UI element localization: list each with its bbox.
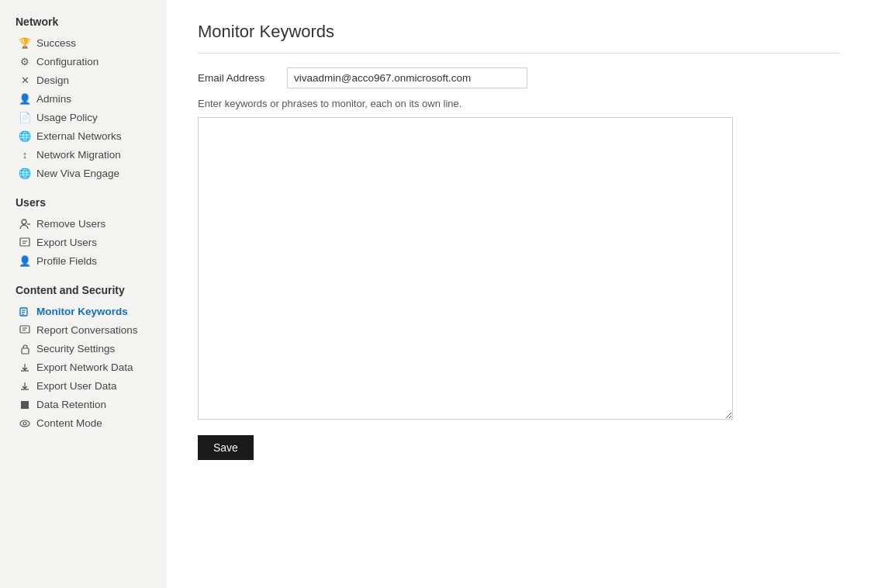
email-input[interactable] [287, 67, 527, 88]
sidebar-item-content-mode[interactable]: Content Mode [16, 414, 167, 432]
page-title: Monitor Keywords [198, 22, 840, 54]
sidebar-item-data-retention[interactable]: Data Retention [16, 396, 167, 413]
sidebar-item-monitor-keywords-label: Monitor Keywords [36, 306, 128, 317]
sidebar-item-security-settings[interactable]: Security Settings [16, 340, 167, 358]
sidebar-item-export-user-data-label: Export User Data [36, 380, 117, 392]
sidebar-item-profile-fields-label: Profile Fields [36, 255, 97, 267]
main-content: Monitor Keywords Email Address Enter key… [167, 0, 871, 588]
gear-icon: ⚙ [17, 56, 33, 67]
svg-rect-2 [20, 238, 29, 246]
sidebar-item-admins-label: Admins [36, 93, 71, 105]
sidebar-item-export-user-data[interactable]: Export User Data [16, 377, 167, 395]
keywords-textarea[interactable] [198, 117, 733, 420]
sidebar-item-success[interactable]: 🏆 Success [16, 34, 167, 52]
svg-rect-12 [22, 348, 29, 354]
sidebar-item-new-viva-engage[interactable]: 🌐 New Viva Engage [16, 164, 167, 182]
sidebar-item-design[interactable]: ✕ Design [16, 71, 167, 89]
sidebar-item-content-mode-label: Content Mode [36, 417, 102, 429]
new-viva-engage-icon: 🌐 [17, 168, 33, 179]
sidebar-item-network-migration[interactable]: ↕ Network Migration [16, 146, 167, 164]
email-label: Email Address [198, 72, 287, 84]
sidebar-item-report-conversations[interactable]: Report Conversations [16, 321, 167, 339]
hint-text: Enter keywords or phrases to monitor, ea… [198, 98, 840, 109]
svg-point-0 [22, 220, 26, 224]
profile-fields-icon: 👤 [17, 255, 33, 267]
sidebar-item-external-networks[interactable]: 🌐 External Networks [16, 127, 167, 145]
report-conversations-icon [17, 325, 33, 336]
data-retention-icon [17, 399, 33, 410]
design-icon: ✕ [17, 74, 33, 86]
external-networks-icon: 🌐 [17, 130, 33, 142]
admins-icon: 👤 [17, 93, 33, 105]
sidebar-item-remove-users-label: Remove Users [36, 218, 105, 230]
export-network-data-icon [17, 362, 33, 373]
sidebar-item-data-retention-label: Data Retention [36, 399, 106, 410]
svg-point-15 [23, 422, 26, 425]
sidebar-item-configuration-label: Configuration [36, 56, 99, 67]
monitor-keywords-icon [17, 306, 33, 317]
svg-point-14 [20, 420, 29, 427]
success-icon: 🏆 [17, 37, 33, 49]
sidebar-item-external-networks-label: External Networks [36, 130, 122, 142]
network-migration-icon: ↕ [17, 149, 33, 161]
sidebar-item-export-network-data[interactable]: Export Network Data [16, 358, 167, 376]
sidebar-item-success-label: Success [36, 37, 76, 49]
sidebar-item-export-users[interactable]: Export Users [16, 233, 167, 251]
network-section-title: Network [16, 16, 167, 28]
save-button[interactable]: Save [198, 435, 254, 460]
sidebar-item-remove-users[interactable]: Remove Users [16, 215, 167, 233]
export-users-icon [17, 237, 33, 248]
sidebar: Network 🏆 Success ⚙ Configuration ✕ Desi… [0, 0, 167, 588]
export-user-data-icon [17, 381, 33, 392]
usage-policy-icon: 📄 [17, 112, 33, 123]
sidebar-item-export-network-data-label: Export Network Data [36, 361, 133, 373]
email-row: Email Address [198, 67, 840, 88]
svg-rect-9 [20, 326, 29, 333]
sidebar-item-network-migration-label: Network Migration [36, 149, 121, 161]
sidebar-item-usage-policy-label: Usage Policy [36, 112, 98, 123]
remove-users-icon [17, 219, 33, 230]
sidebar-item-new-viva-engage-label: New Viva Engage [36, 168, 119, 179]
sidebar-item-admins[interactable]: 👤 Admins [16, 90, 167, 108]
content-security-section-title: Content and Security [16, 284, 167, 296]
sidebar-item-report-conversations-label: Report Conversations [36, 324, 138, 336]
users-section-title: Users [16, 196, 167, 209]
sidebar-item-configuration[interactable]: ⚙ Configuration [16, 53, 167, 71]
sidebar-item-security-settings-label: Security Settings [36, 343, 115, 355]
sidebar-item-export-users-label: Export Users [36, 237, 97, 248]
sidebar-item-profile-fields[interactable]: 👤 Profile Fields [16, 252, 167, 270]
lock-icon [17, 344, 33, 355]
sidebar-item-usage-policy[interactable]: 📄 Usage Policy [16, 109, 167, 126]
sidebar-item-design-label: Design [36, 74, 69, 86]
sidebar-item-monitor-keywords[interactable]: Monitor Keywords [16, 303, 167, 320]
svg-rect-13 [21, 401, 29, 409]
eye-icon [17, 419, 33, 428]
